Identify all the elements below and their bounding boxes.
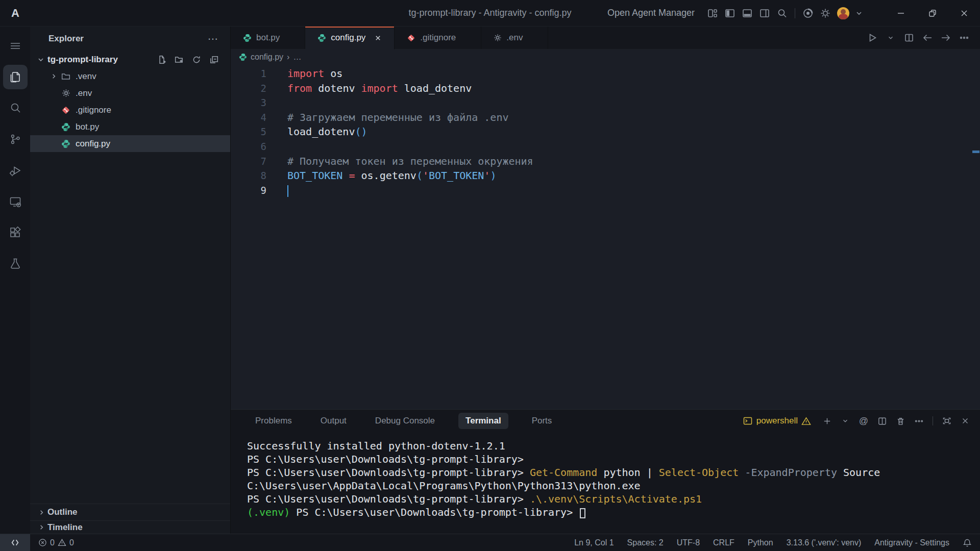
terminal-icon bbox=[743, 416, 753, 426]
terminal-line: C:\Users\user\AppData\Local\Programs\Pyt… bbox=[247, 479, 980, 492]
code-token: from bbox=[287, 82, 312, 94]
editor-zone: bot.py config.py .gitignore .env bbox=[231, 27, 980, 534]
new-folder-icon[interactable] bbox=[174, 54, 184, 65]
file-row-bot-py[interactable]: bot.py bbox=[30, 118, 230, 135]
toggle-left-sidebar-icon[interactable] bbox=[721, 5, 739, 22]
split-terminal-icon[interactable] bbox=[875, 414, 889, 428]
sidebar-item-remote-explorer[interactable] bbox=[3, 189, 28, 214]
tab-bot-py[interactable]: bot.py bbox=[231, 27, 305, 49]
tab-ports[interactable]: Ports bbox=[527, 413, 557, 429]
code-token: load_dotenv bbox=[398, 82, 472, 94]
new-file-icon[interactable] bbox=[156, 54, 167, 65]
outline-section-header[interactable]: Outline bbox=[30, 504, 230, 520]
close-panel-icon[interactable] bbox=[959, 414, 972, 428]
navigate-back-icon[interactable] bbox=[921, 31, 934, 44]
explorer-more-actions-icon[interactable]: ⋯ bbox=[208, 36, 219, 41]
code-token: BOT_TOKEN bbox=[429, 169, 484, 182]
tab-env[interactable]: .env bbox=[481, 27, 548, 49]
file-row-gitignore[interactable]: .gitignore bbox=[30, 102, 230, 118]
folder-icon bbox=[60, 72, 71, 81]
sidebar-item-extensions[interactable] bbox=[3, 220, 28, 245]
terminal-actions: powershell @ bbox=[743, 414, 972, 428]
notifications-bell-icon[interactable] bbox=[963, 538, 972, 547]
python-icon bbox=[60, 122, 71, 132]
sidebar-item-run-debug[interactable] bbox=[3, 158, 28, 183]
section-label: Outline bbox=[47, 507, 78, 517]
settings-gear-icon[interactable] bbox=[817, 5, 834, 22]
problems-status[interactable]: 0 0 bbox=[38, 538, 74, 547]
explorer-header: Explorer ⋯ bbox=[30, 27, 230, 51]
sidebar-item-testing[interactable] bbox=[3, 252, 28, 276]
language-mode[interactable]: Python bbox=[748, 538, 773, 547]
new-terminal-icon[interactable] bbox=[820, 414, 834, 428]
code-text: load_dotenv() bbox=[266, 124, 368, 139]
sidebar-item-search[interactable] bbox=[3, 96, 28, 120]
menu-icon[interactable] bbox=[3, 34, 28, 58]
account-chevron-down-icon[interactable] bbox=[850, 5, 868, 22]
attach-context-icon[interactable]: @ bbox=[857, 414, 870, 428]
terminal-output[interactable]: Successfully installed python-dotenv-1.2… bbox=[231, 432, 980, 534]
file-row-env[interactable]: .env bbox=[30, 85, 230, 102]
collapse-all-icon[interactable] bbox=[208, 54, 219, 65]
open-agent-manager-button[interactable]: Open Agent Manager bbox=[607, 8, 695, 18]
breadcrumb[interactable]: config.py › … bbox=[231, 49, 980, 65]
terminal-token: | bbox=[647, 466, 659, 479]
restore-button[interactable] bbox=[917, 0, 948, 27]
tab-label: bot.py bbox=[256, 33, 280, 43]
close-tab-icon[interactable] bbox=[374, 34, 382, 42]
code-line: 1import os bbox=[231, 66, 980, 81]
app-settings[interactable]: Antigravity - Settings bbox=[874, 538, 949, 547]
timeline-section-header[interactable]: Timeline bbox=[30, 520, 230, 534]
editor-tab-bar: bot.py config.py .gitignore .env bbox=[231, 27, 980, 49]
refresh-icon[interactable] bbox=[191, 54, 202, 65]
indentation[interactable]: Spaces: 2 bbox=[627, 538, 664, 547]
user-avatar[interactable] bbox=[837, 7, 849, 19]
shell-selector[interactable]: powershell bbox=[743, 416, 811, 426]
split-editor-icon[interactable] bbox=[902, 31, 916, 44]
bottom-panel: Problems Output Debug Console Terminal P… bbox=[231, 409, 980, 534]
terminal-dropdown-chevron-icon[interactable] bbox=[839, 414, 852, 428]
errors-count: 0 bbox=[50, 538, 55, 547]
sidebar-item-source-control[interactable] bbox=[3, 127, 28, 152]
close-button[interactable] bbox=[948, 0, 980, 27]
more-actions-icon[interactable] bbox=[912, 414, 925, 428]
breadcrumb-separator: › bbox=[287, 53, 289, 62]
tab-problems[interactable]: Problems bbox=[250, 413, 297, 429]
tab-debug-console[interactable]: Debug Console bbox=[370, 413, 440, 429]
gemini-icon[interactable] bbox=[799, 5, 817, 22]
status-bar-right: Ln 9, Col 1 Spaces: 2 UTF-8 CRLF Python … bbox=[574, 538, 980, 547]
kill-terminal-icon[interactable] bbox=[894, 414, 907, 428]
code-text: BOT_TOKEN = os.getenv('BOT_TOKEN') bbox=[266, 168, 496, 183]
run-python-file-icon[interactable] bbox=[866, 31, 879, 44]
code-editor[interactable]: 1import os2from dotenv import load_doten… bbox=[231, 65, 980, 409]
eol-sequence[interactable]: CRLF bbox=[713, 538, 734, 547]
tab-label: config.py bbox=[331, 33, 365, 43]
terminal-token: (.venv) bbox=[247, 506, 290, 518]
python-interpreter[interactable]: 3.13.6 ('.venv': venv) bbox=[787, 538, 862, 547]
toggle-right-sidebar-icon[interactable] bbox=[756, 5, 773, 22]
code-token: # Загружаем переменные из файла .env bbox=[287, 111, 508, 123]
file-row-venv[interactable]: .venv bbox=[30, 68, 230, 85]
cursor-position[interactable]: Ln 9, Col 1 bbox=[574, 538, 614, 547]
code-line: 6 bbox=[231, 139, 980, 154]
encoding[interactable]: UTF-8 bbox=[677, 538, 700, 547]
chevron-right-icon bbox=[47, 72, 60, 80]
tab-gitignore[interactable]: .gitignore bbox=[395, 27, 481, 49]
run-options-chevron-icon[interactable] bbox=[884, 31, 897, 44]
tab-terminal[interactable]: Terminal bbox=[458, 413, 508, 429]
tab-config-py[interactable]: config.py bbox=[305, 27, 395, 49]
agent-manager-layout-icon[interactable] bbox=[704, 5, 721, 22]
toggle-bottom-panel-icon[interactable] bbox=[739, 5, 756, 22]
remote-indicator[interactable] bbox=[0, 534, 30, 551]
tree-root-row[interactable]: tg-prompt-library bbox=[30, 51, 230, 68]
navigate-forward-icon[interactable] bbox=[939, 31, 952, 44]
more-actions-icon[interactable] bbox=[958, 31, 971, 44]
search-icon[interactable] bbox=[773, 5, 791, 22]
file-row-config-py[interactable]: config.py bbox=[30, 135, 230, 152]
tab-output[interactable]: Output bbox=[315, 413, 352, 429]
maximize-panel-icon[interactable] bbox=[940, 414, 953, 428]
sidebar-item-explorer[interactable] bbox=[3, 65, 28, 89]
python-icon bbox=[239, 53, 247, 61]
minimize-button[interactable] bbox=[885, 0, 917, 27]
code-line: 5load_dotenv() bbox=[231, 124, 980, 139]
